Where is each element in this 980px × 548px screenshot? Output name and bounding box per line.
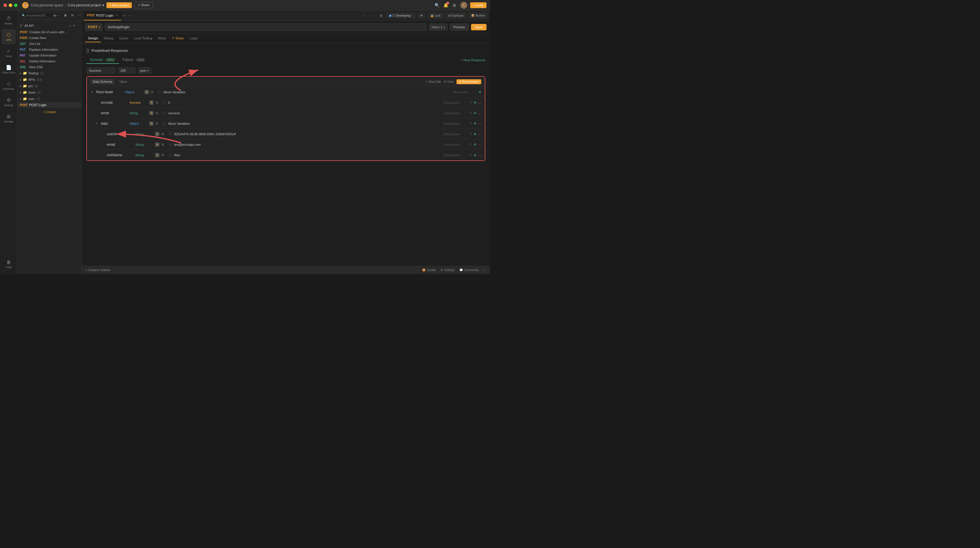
row-ok-button[interactable]: ⊕ bbox=[474, 122, 476, 125]
sidebar-item-share-docs[interactable]: 📄 Share Docs bbox=[2, 62, 16, 77]
cookie-button[interactable]: 🍪 Cookie bbox=[422, 268, 436, 272]
tab-more-button[interactable]: ⋯ bbox=[127, 14, 133, 18]
settings-bottom-button[interactable]: ⚙ Settings bbox=[441, 268, 455, 272]
tree-item-post-users[interactable]: POST Creates list of users with ... bbox=[18, 29, 81, 35]
row-ok-button[interactable]: ⊕ bbox=[474, 111, 476, 115]
tree-folder-apis[interactable]: ▶ 📁 APIs (10) bbox=[18, 76, 81, 83]
tab-close[interactable]: ✕ bbox=[116, 14, 118, 17]
nav-prev-button[interactable]: ‹ bbox=[362, 13, 368, 19]
sidebar-item-apis[interactable]: ⬡ APIs bbox=[2, 29, 16, 44]
duplicate-button[interactable]: ⊞ Duplicate bbox=[445, 13, 466, 18]
row-ok-button[interactable]: ⊕ bbox=[474, 132, 476, 136]
row-ok-button[interactable]: ⊕ bbox=[474, 153, 476, 157]
tab-value[interactable]: Value bbox=[117, 79, 129, 84]
share-top-button[interactable]: ↗ Share bbox=[134, 2, 153, 8]
tab-schema[interactable]: Data Schema bbox=[91, 79, 115, 84]
sidebar-item-tests[interactable]: ✓ Tests bbox=[2, 46, 16, 60]
tree-item-del[interactable]: DEL Delete Information bbox=[18, 58, 81, 64]
row-ok-button[interactable]: ⊕ bbox=[474, 143, 476, 146]
row-delete-button[interactable]: — bbox=[478, 143, 481, 146]
tree-item-get-list[interactable]: GET Get List bbox=[18, 41, 81, 47]
sub-tab-share[interactable]: ↗ Share bbox=[169, 34, 187, 42]
notification-button[interactable]: 🔔 3 bbox=[443, 2, 449, 8]
community-button[interactable]: 💬 Community bbox=[460, 268, 479, 272]
expand-icon[interactable]: ▼ bbox=[91, 91, 94, 94]
row-refresh-button[interactable]: ↺ bbox=[469, 153, 472, 157]
sidebar-item-manage[interactable]: ⊞ Manage bbox=[2, 111, 16, 126]
tree-sort-btn[interactable]: ⊕ bbox=[69, 12, 75, 18]
layout-toggle-button[interactable]: ⊞ bbox=[378, 13, 384, 19]
tree-item-sse[interactable]: SSE New SSE bbox=[18, 64, 81, 70]
row-refresh-button[interactable]: ↺ bbox=[469, 100, 472, 104]
tab-post-login[interactable]: POST POST Login ✕ bbox=[84, 11, 121, 21]
tree-item-post-create[interactable]: POST Create New bbox=[18, 35, 81, 41]
tree-filter-btn[interactable]: ◉ bbox=[62, 12, 68, 18]
invite-button[interactable]: + Invite bbox=[470, 2, 487, 8]
minimize-button[interactable] bbox=[9, 3, 12, 7]
row-delete-button[interactable]: — bbox=[478, 111, 481, 115]
response-tab-success[interactable]: Success (200) bbox=[86, 56, 119, 64]
env-name[interactable]: Developing bbox=[396, 14, 410, 17]
sub-tab-mock[interactable]: Mock bbox=[155, 35, 169, 42]
archive-button[interactable]: 📦 Archive bbox=[468, 13, 488, 18]
search-icon[interactable]: 🔍 bbox=[434, 2, 440, 8]
search-box[interactable]: 🔍 · All ▾ bbox=[20, 13, 60, 18]
nav-next-button[interactable]: › bbox=[370, 13, 376, 19]
avatar[interactable]: C bbox=[460, 2, 467, 9]
sub-tab-design[interactable]: Design bbox=[85, 35, 101, 42]
tree-more-btn[interactable]: ⋯ bbox=[76, 12, 82, 18]
method-selector[interactable]: POST ▾ bbox=[85, 23, 102, 31]
close-button[interactable] bbox=[3, 3, 7, 7]
row-refresh-button[interactable]: ↺ bbox=[469, 143, 472, 146]
sidebar-item-settings[interactable]: ⚙ Settings bbox=[2, 94, 16, 110]
row-delete-button[interactable]: — bbox=[478, 101, 481, 104]
format-selector[interactable]: json ▾ bbox=[138, 67, 151, 74]
layout-icon[interactable]: ⊞ bbox=[452, 2, 457, 8]
sidebar-item-trash[interactable]: 🗑 Trash bbox=[2, 257, 16, 272]
row-add-button[interactable]: ⊕ bbox=[479, 90, 481, 94]
new-project-button[interactable]: + New project bbox=[107, 2, 132, 8]
sub-tab-login[interactable]: Login bbox=[187, 35, 200, 42]
tree-folder-pet[interactable]: ▶ 📁 pet (9) bbox=[18, 83, 81, 89]
save-button[interactable]: Save bbox=[471, 24, 487, 30]
raw-edit-button[interactable]: ✎ Raw Edit bbox=[426, 80, 441, 83]
row-refresh-button[interactable]: ↺ bbox=[469, 122, 472, 125]
sidebar-item-schemas[interactable]: ◇ Schemas bbox=[2, 78, 16, 93]
all-api-row[interactable]: ⬡ All API ◎ ⊕ ⋯ bbox=[18, 22, 81, 29]
url-input[interactable] bbox=[105, 23, 427, 31]
tree-folder-store[interactable]: ▶ 📁 store (4) bbox=[18, 89, 81, 95]
create-button[interactable]: + Create bbox=[18, 108, 81, 116]
row-delete-button[interactable]: — bbox=[478, 153, 481, 157]
tree-item-put[interactable]: PUT Replace Information bbox=[18, 47, 81, 52]
preview-button[interactable]: Preview bbox=[450, 24, 469, 30]
new-response-button[interactable]: + New Response bbox=[461, 58, 485, 62]
layout-btn[interactable]: ⇄ bbox=[418, 13, 425, 18]
row-delete-button[interactable]: — bbox=[478, 132, 481, 136]
lock-button[interactable]: 🔒 Lock bbox=[428, 13, 443, 18]
row-refresh-button[interactable]: ↺ bbox=[469, 111, 472, 115]
status-name-input[interactable] bbox=[86, 67, 116, 74]
view-button[interactable]: 👁 View bbox=[444, 80, 454, 83]
tab-add-button[interactable]: + bbox=[122, 13, 127, 18]
search-input[interactable] bbox=[27, 14, 50, 17]
sub-tab-debug[interactable]: Debug bbox=[101, 35, 116, 42]
row-delete-button[interactable]: — bbox=[478, 122, 481, 125]
all-api-action1[interactable]: ◎ bbox=[69, 24, 72, 27]
row-ok-button[interactable]: ⊕ bbox=[474, 100, 476, 104]
sub-tab-cases[interactable]: Cases bbox=[116, 35, 131, 42]
expand-icon[interactable]: ▼ bbox=[95, 122, 99, 125]
protocol-selector[interactable]: http/1.1 ▾ bbox=[429, 24, 447, 30]
maximize-button[interactable] bbox=[14, 3, 18, 7]
tree-folder-testing[interactable]: ▶ 📁 Testing (2) bbox=[18, 70, 81, 76]
tree-folder-user[interactable]: ▶ 📁 user (7) bbox=[18, 95, 81, 102]
status-code-input[interactable] bbox=[118, 67, 135, 74]
smart-import-button[interactable]: ⊞ Smart Import bbox=[457, 79, 481, 84]
collapse-sidebar-button[interactable]: « Collapse Sidebar bbox=[85, 268, 110, 272]
sub-tab-load-testing[interactable]: Load Testing bbox=[131, 35, 155, 42]
tree-item-pat[interactable]: PAT Update Information bbox=[18, 52, 81, 58]
all-api-action3[interactable]: ⋯ bbox=[76, 24, 79, 27]
all-api-action2[interactable]: ⊕ bbox=[73, 24, 75, 27]
sidebar-item-history[interactable]: ⏱ History bbox=[2, 13, 16, 28]
row-refresh-button[interactable]: ↺ bbox=[469, 132, 472, 136]
tree-item-post-login[interactable]: POST POST Login bbox=[18, 102, 81, 108]
